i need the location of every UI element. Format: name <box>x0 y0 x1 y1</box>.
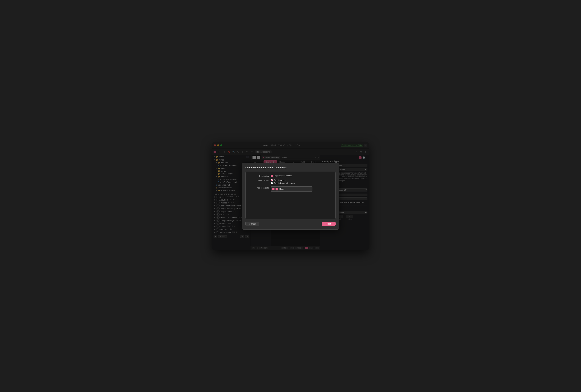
modal-add-targets-content: N Notes <box>271 186 332 214</box>
target-app-icon: N <box>276 188 278 190</box>
xcode-window: Notes › #1 – Add "Notes f... | iPhone 15… <box>212 142 369 250</box>
copy-items-checkbox[interactable] <box>271 175 273 177</box>
modal-targets-list-empty <box>271 193 332 214</box>
modal-added-folders-label: Added folders: <box>248 179 269 182</box>
modal-create-groups-row: Create groups <box>271 179 332 181</box>
create-folder-refs-radio[interactable] <box>271 182 273 184</box>
modal-copy-items-row: Copy items if needed <box>271 175 332 177</box>
modal-dialog: Choose options for adding these files: D… <box>242 163 339 230</box>
modal-target-item: N Notes <box>271 186 312 192</box>
modal-add-targets-row: Add to targets: N Notes <box>248 186 332 214</box>
modal-overlay: Choose options for adding these files: D… <box>212 142 369 250</box>
modal-destination-row: Destination: Copy items if needed <box>248 175 332 177</box>
modal-destination-content: Copy items if needed <box>271 175 332 177</box>
modal-destination-label: Destination: <box>248 175 269 177</box>
create-groups-label: Create groups <box>274 179 286 181</box>
modal-added-folders-content: Create groups Create folder references <box>271 179 332 184</box>
modal-added-folders-row: Added folders: Create groups Create fold… <box>248 179 332 184</box>
cancel-button[interactable]: Cancel <box>246 222 259 226</box>
modal-footer: Cancel Finish <box>246 222 336 226</box>
modal-add-targets-label: Add to targets: <box>248 186 269 189</box>
create-groups-radio[interactable] <box>271 179 273 181</box>
finish-button[interactable]: Finish <box>322 222 336 226</box>
create-folder-refs-label: Create folder references <box>274 182 295 184</box>
target-checkbox[interactable] <box>272 188 274 190</box>
target-name-label: Notes <box>279 188 284 190</box>
modal-create-folder-refs-row: Create folder references <box>271 182 332 184</box>
modal-title: Choose options for adding these files: <box>246 166 336 169</box>
copy-items-label: Copy items if needed <box>274 175 292 177</box>
modal-body: Destination: Copy items if needed Added … <box>246 172 336 219</box>
